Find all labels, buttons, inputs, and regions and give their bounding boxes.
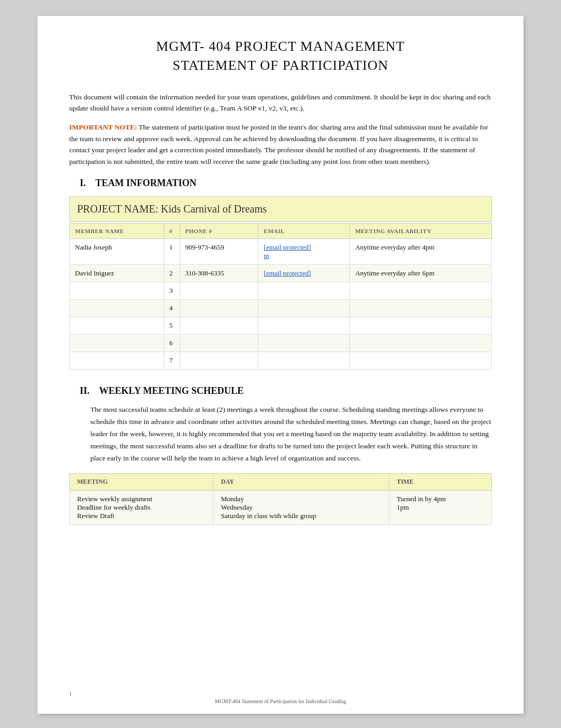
day-col-header: DAY [213,474,389,491]
table-row: 4 [70,300,492,317]
document-title: MGMT- 404 PROJECT MANAGEMENT STATEMENT O… [69,37,492,76]
member-phone [180,300,258,317]
member-name: David Iniguez [70,265,164,282]
section-i-number: I. [80,178,86,188]
member-name [70,335,164,352]
member-phone [180,352,258,370]
time-col-header: TIME [389,474,491,491]
member-availability [350,317,492,335]
meeting-names: Review weekly assignmentDeadline for wee… [70,491,213,525]
member-num: 3 [164,282,180,300]
member-email: [email protected] [258,265,350,282]
member-num: 7 [164,352,180,370]
title-line2: STATEMENT OF PARTICIPATION [173,58,389,73]
title-line1: MGMT- 404 PROJECT MANAGEMENT [156,39,405,54]
important-note-paragraph: IMPORTANT NOTE: The statement of partici… [69,122,492,167]
member-availability [350,335,492,352]
meeting-times: Turned in by 4pm1pm [389,491,491,525]
member-num: 1 [164,239,180,265]
member-availability: Anytime everyday after 4pm [350,239,492,265]
member-availability [350,300,492,317]
project-name: PROJECT NAME: Kids Carnival of Dreams [77,203,267,215]
intro-paragraph: This document will contain the informati… [69,91,492,114]
meeting-col-header: MEETING [70,474,213,491]
member-name [70,317,164,335]
member-name [70,352,164,370]
col-header-num: # [164,224,180,239]
col-header-availability: MEETING AVAILABILITY [350,224,492,239]
col-header-email: EMAIL [258,224,350,239]
member-phone: 909-973-4659 [180,239,258,265]
schedule-description: The most successful teams schedule at le… [90,404,492,465]
member-name: Nadia Joseph [70,239,164,265]
member-num: 2 [164,265,180,282]
section-i-heading: I.TEAM INFORMATION [80,178,492,189]
member-email [258,352,350,370]
member-name [70,300,164,317]
page-footer: MGMT-404 Statement of Participation for … [38,698,523,704]
important-label: IMPORTANT NOTE: [69,123,137,131]
table-row: David Iniguez2310-308-6335[email protect… [70,265,492,282]
section-ii-number: II. [80,385,90,396]
section-i-title: TEAM INFORMATION [96,178,197,188]
member-name [70,282,164,300]
document-page: MGMT- 404 PROJECT MANAGEMENT STATEMENT O… [38,16,523,714]
page-number: 1 [69,691,72,697]
member-email [258,282,350,300]
table-row: 7 [70,352,492,370]
section-ii-title: WEEKLY MEETING SCHEDULE [99,385,244,396]
member-availability [350,352,492,370]
team-table: MEMBER NAME # PHONE # EMAIL MEETING AVAI… [69,223,492,370]
table-row: 3 [70,282,492,300]
meeting-table: MEETING DAY TIME Review weekly assignmen… [69,473,492,525]
member-availability: Anytime everyday after 6pm [350,265,492,282]
meeting-days: MondayWednesdaySaturday in class with wh… [213,491,389,525]
table-row: Nadia Joseph1909-973-4659[email protecte… [70,239,492,265]
table-row: 5 [70,317,492,335]
member-num: 5 [164,317,180,335]
member-email [258,300,350,317]
table-row: 6 [70,335,492,352]
member-email [258,317,350,335]
member-availability [350,282,492,300]
section-ii: II.WEEKLY MEETING SCHEDULE The most succ… [69,385,492,525]
project-name-bar: PROJECT NAME: Kids Carnival of Dreams [69,196,492,222]
member-email: [email protected]m [258,239,350,265]
col-header-phone: PHONE # [180,224,258,239]
member-num: 4 [164,300,180,317]
member-phone [180,282,258,300]
section-ii-heading: II.WEEKLY MEETING SCHEDULE [80,385,492,397]
member-phone: 310-308-6335 [180,265,258,282]
member-phone [180,317,258,335]
meeting-row: Review weekly assignmentDeadline for wee… [70,491,492,525]
member-num: 6 [164,335,180,352]
member-email [258,335,350,352]
member-phone [180,335,258,352]
col-header-member: MEMBER NAME [70,224,164,239]
